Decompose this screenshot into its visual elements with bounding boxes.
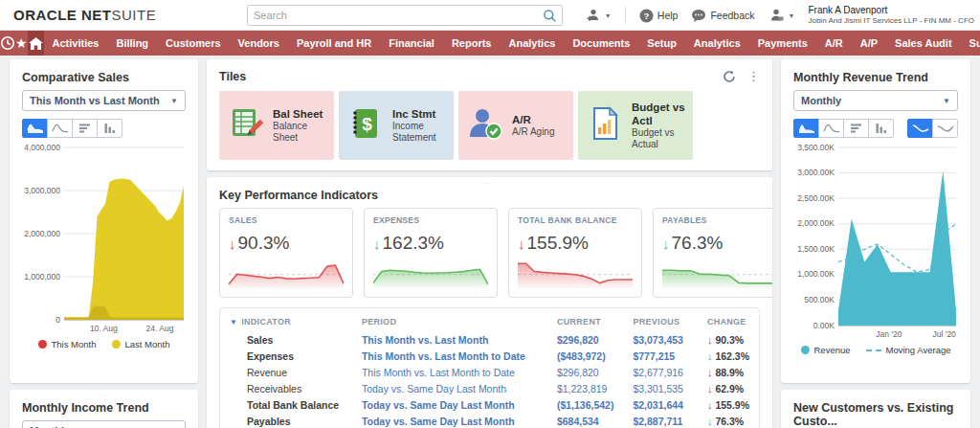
- nav-item-activities-0[interactable]: Activities: [44, 31, 108, 56]
- svg-text:0.00K: 0.00K: [813, 321, 835, 330]
- area-chart-type-button[interactable]: [793, 119, 819, 138]
- drag-handle[interactable]: ∙∙∙: [484, 61, 496, 68]
- stepped-curve-button[interactable]: [932, 119, 958, 138]
- hbar-chart-type-button[interactable]: [72, 119, 98, 138]
- area-chart-type-button[interactable]: [22, 119, 48, 138]
- monthly-revenue-period-select[interactable]: Monthly ▼: [793, 90, 958, 111]
- legend-dot: [112, 340, 121, 349]
- sort-caret-icon[interactable]: ▼: [230, 318, 237, 327]
- comparative-sales-title: Comparative Sales: [22, 71, 186, 84]
- kpi-sparkline: [518, 256, 633, 292]
- panel-menu-button[interactable]: ⋮: [747, 69, 760, 83]
- change-down-arrow-icon: ↓: [707, 416, 713, 427]
- kpi-row-receivables[interactable]: Receivables Today vs. Same Day Last Mont…: [230, 380, 749, 396]
- line-chart-type-button[interactable]: [47, 119, 73, 138]
- new-customers-panel: ∙∙∙ New Customers vs. Existing Custo... …: [781, 390, 970, 428]
- tile-a-r[interactable]: A/R A/R Aging: [458, 91, 573, 160]
- nav-item-documents-8[interactable]: Documents: [564, 31, 638, 56]
- nav-item-a-r-12[interactable]: A/R: [816, 31, 852, 56]
- tile-inc-stmt[interactable]: $ Inc Stmt Income Statement: [339, 91, 454, 160]
- nav-item-sales-audit-14[interactable]: Sales Audit: [886, 31, 961, 56]
- trend-down-arrow-icon: ↓: [518, 236, 525, 252]
- kpi-card-payables[interactable]: PAYABLES ↓ 76.3%: [653, 208, 772, 298]
- nav-item-customers-2[interactable]: Customers: [157, 31, 229, 56]
- hbar-chart-type-button[interactable]: [843, 119, 869, 138]
- search-icon[interactable]: [543, 9, 557, 23]
- home-button[interactable]: [28, 31, 44, 56]
- kpi-row-expenses[interactable]: Expenses This Month vs. Last Month to Da…: [230, 348, 749, 364]
- income-statement-icon: $: [346, 104, 385, 146]
- left-column: ∙∙∙ Comparative Sales This Month vs Last…: [10, 59, 198, 428]
- monthly-revenue-chart[interactable]: 3,500.00K3,000.00K2,500.00K2,000.00K1,50…: [793, 142, 958, 339]
- legend-item-last-month[interactable]: Last Month: [112, 339, 170, 349]
- nav-item-a-p-13[interactable]: A/P: [852, 31, 886, 56]
- nav-item-billing-1[interactable]: Billing: [107, 31, 157, 56]
- nav-item-vendors-3[interactable]: Vendors: [230, 31, 288, 56]
- feedback-label: Feedback: [710, 10, 754, 21]
- comparative-sales-chart[interactable]: 4,000,0003,000,0002,000,0001,000,000010.…: [22, 142, 186, 333]
- kpi-card-label: TOTAL BANK BALANCE: [518, 215, 633, 225]
- kpi-row-payables[interactable]: Payables Today vs. Same Day Last Month$6…: [230, 413, 749, 428]
- star-icon: ★: [15, 36, 28, 50]
- nav-item-analytics-10[interactable]: Analytics: [685, 31, 749, 56]
- shortcuts-button[interactable]: ★: [15, 31, 28, 56]
- comparative-sales-panel: ∙∙∙ Comparative Sales This Month vs Last…: [10, 59, 198, 383]
- quick-add-button[interactable]: ▼: [586, 8, 612, 23]
- drag-handle[interactable]: ∙∙∙: [870, 392, 881, 398]
- refresh-button[interactable]: [723, 70, 736, 83]
- kpi-sparkline: [373, 256, 488, 292]
- vbar-chart-type-button[interactable]: [868, 119, 894, 138]
- svg-text:4,000,000: 4,000,000: [24, 143, 60, 152]
- kpi-cards-row: SALES ↓ 90.3% EXPENSES ↓ 162.3% TOTAL BA…: [219, 208, 760, 298]
- drag-handle[interactable]: ∙∙∙: [484, 179, 496, 186]
- area-chart-icon: [798, 123, 815, 134]
- role-switcher[interactable]: ▼: [768, 8, 795, 23]
- svg-text:2,000.00K: 2,000.00K: [797, 218, 835, 228]
- vbar-chart-type-button[interactable]: [97, 119, 122, 138]
- tile-title: Budget vs Actl: [632, 101, 685, 128]
- legend-item-this-month[interactable]: This Month: [38, 339, 97, 349]
- legend-item-moving-average[interactable]: Moving Average: [866, 345, 951, 355]
- kpi-card-sales[interactable]: SALES ↓ 90.3%: [219, 208, 353, 298]
- user-info[interactable]: Frank A Davenport Jobin And Jismi IT Ser…: [808, 5, 974, 26]
- nav-item-suiteapps-15[interactable]: SuiteApps: [961, 31, 980, 56]
- kpi-card-expenses[interactable]: EXPENSES ↓ 162.3%: [364, 208, 498, 298]
- comparative-sales-period-select[interactable]: This Month vs Last Month ▼: [22, 90, 186, 111]
- tile-budget-vs-actl[interactable]: Budget vs Actl Budget vs Actual: [578, 91, 693, 160]
- nav-item-payments-11[interactable]: Payments: [749, 31, 816, 56]
- netsuite-logo[interactable]: ORACLE NETSUITE: [13, 7, 156, 23]
- smooth-curve-button[interactable]: [907, 119, 933, 138]
- svg-text:1,000,000: 1,000,000: [24, 272, 60, 282]
- kpi-row-sales[interactable]: Sales This Month vs. Last Month$296,820$…: [230, 331, 749, 348]
- tile-title: Bal Sheet: [273, 107, 326, 121]
- legend-item-revenue[interactable]: Revenue: [801, 345, 851, 355]
- quick-add-icon: [586, 8, 601, 23]
- tiles-row: Bal Sheet Balance Sheet $ Inc Stmt Incom…: [219, 91, 760, 160]
- nav-item-setup-9[interactable]: Setup: [638, 31, 685, 56]
- tile-bal-sheet[interactable]: Bal Sheet Balance Sheet: [219, 91, 334, 160]
- drag-handle[interactable]: ∙∙∙: [99, 392, 110, 398]
- kpi-title: Key Performance Indicators: [219, 189, 760, 202]
- tile-subtitle: Income Statement: [392, 121, 446, 144]
- nav-item-financial-5[interactable]: Financial: [380, 31, 443, 56]
- kpi-row-revenue[interactable]: Revenue This Month vs. Last Month to Dat…: [230, 364, 749, 380]
- svg-text:3,500.00K: 3,500.00K: [797, 143, 835, 152]
- center-column: ∙∙∙ Tiles ⋮ Bal Sheet Balance Sheet $ In…: [207, 59, 772, 428]
- kpi-row-total-bank-balance[interactable]: Total Bank Balance Today vs. Same Day La…: [230, 396, 749, 413]
- nav-item-payroll-and-hr-4[interactable]: Payroll and HR: [288, 31, 380, 56]
- kpi-card-total-bank-balance[interactable]: TOTAL BANK BALANCE ↓ 155.9%: [508, 208, 642, 298]
- global-search-input[interactable]: [254, 6, 536, 25]
- drag-handle[interactable]: ∙∙∙: [870, 61, 881, 68]
- trend-down-arrow-icon: ↓: [373, 236, 381, 252]
- nav-item-analytics-7[interactable]: Analytics: [500, 31, 564, 56]
- monthly-revenue-panel: ∙∙∙ Monthly Revenue Trend Monthly ▼ 3,50…: [781, 59, 970, 383]
- legend-dot: [801, 346, 810, 354]
- budget-vs-actual-icon: [586, 104, 624, 146]
- monthly-income-period-select[interactable]: Monthly ▼: [22, 420, 186, 428]
- feedback-button[interactable]: Feedback: [691, 9, 754, 23]
- help-button[interactable]: ? Help: [639, 9, 679, 23]
- line-chart-type-button[interactable]: [818, 119, 844, 138]
- drag-handle[interactable]: ∙∙∙: [99, 61, 110, 68]
- recent-records-button[interactable]: [0, 31, 15, 56]
- nav-item-reports-6[interactable]: Reports: [443, 31, 501, 56]
